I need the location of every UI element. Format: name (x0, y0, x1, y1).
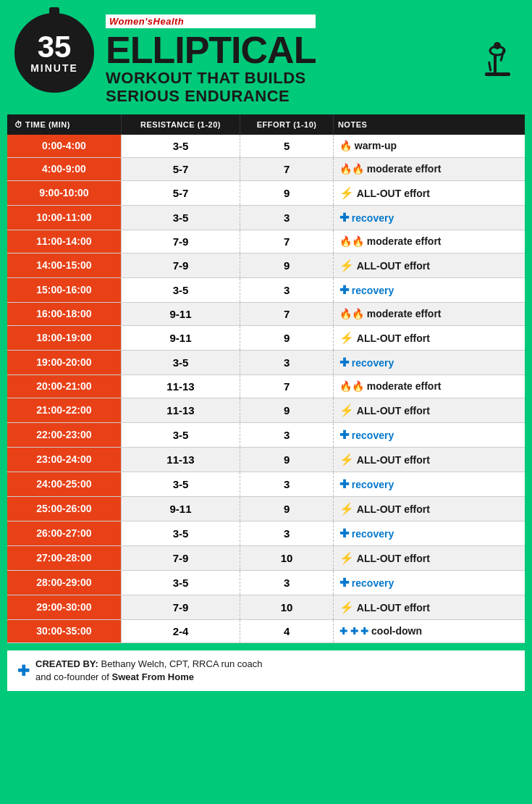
cell-time: 27:00-28:00 (7, 545, 121, 570)
fire-icon: 🔥 (339, 140, 352, 151)
cell-resistance: 11-13 (121, 447, 240, 472)
cell-notes: 🔥 warm-up (333, 135, 525, 158)
cell-effort: 3 (240, 277, 334, 302)
cell-resistance: 3-5 (121, 350, 240, 374)
cell-notes: 🔥🔥 moderate effort (333, 374, 525, 398)
table-row: 29:00-30:007-910⚡ ALL-OUT effort (7, 595, 525, 619)
bolt-icon: ⚡ (339, 503, 354, 515)
cell-effort: 10 (240, 545, 334, 570)
table-row: 19:00-20:003-53✚ recovery (7, 350, 525, 374)
th-notes: NOTES (333, 114, 525, 135)
table-row: 26:00-27:003-53✚ recovery (7, 521, 525, 545)
table-row: 24:00-25:003-53✚ recovery (7, 472, 525, 496)
cell-resistance: 9-11 (121, 302, 240, 325)
bolt-icon: ⚡ (339, 601, 354, 614)
cell-effort: 7 (240, 157, 334, 180)
plus-icon: ✚ (339, 577, 349, 589)
cell-time: 24:00-25:00 (7, 472, 121, 496)
plus-icon: ✚ (339, 478, 349, 490)
table-row: 10:00-11:003-53✚ recovery (7, 205, 525, 230)
cell-effort: 9 (240, 447, 334, 472)
cell-time: 19:00-20:00 (7, 350, 121, 374)
cell-notes: ✚ recovery (333, 350, 525, 374)
main-title: ELLIPTICAL (106, 31, 316, 69)
th-time: ⏱ TIME (MIN) (7, 114, 121, 135)
cell-effort: 3 (240, 570, 334, 595)
cell-time: 16:00-18:00 (7, 302, 121, 325)
header-text: Women'sHealth ELLIPTICAL WORKOUT THAT BU… (106, 13, 316, 106)
cell-resistance: 3-5 (121, 472, 240, 496)
subtitle: WORKOUT THAT BUILDS SERIOUS ENDURANCE (106, 69, 316, 106)
table-row: 11:00-14:007-97🔥🔥 moderate effort (7, 230, 525, 253)
cell-time: 23:00-24:00 (7, 447, 121, 472)
cell-resistance: 3-5 (121, 205, 240, 230)
table-row: 14:00-15:007-99⚡ ALL-OUT effort (7, 253, 525, 277)
cell-resistance: 5-7 (121, 157, 240, 180)
fire-icon: 🔥🔥 (339, 308, 364, 319)
cell-resistance: 3-5 (121, 422, 240, 447)
bolt-icon: ⚡ (339, 404, 354, 416)
table-row: 30:00-35:002-44✚ ✚ ✚ cool-down (7, 619, 525, 642)
cell-notes: ⚡ ALL-OUT effort (333, 325, 525, 350)
table-row: 16:00-18:009-117🔥🔥 moderate effort (7, 302, 525, 325)
th-effort: EFFORT (1-10) (240, 114, 334, 135)
brand-logo: Women'sHealth (106, 14, 316, 28)
cell-time: 29:00-30:00 (7, 595, 121, 619)
cell-notes: ✚ recovery (333, 570, 525, 595)
cell-effort: 4 (240, 619, 334, 642)
cell-notes: ✚ recovery (333, 205, 525, 230)
cell-notes: ✚ recovery (333, 521, 525, 545)
cell-time: 30:00-35:00 (7, 619, 121, 642)
workout-table: ⏱ TIME (MIN) RESISTANCE (1-20) EFFORT (1… (7, 114, 525, 643)
plus-icons: ✚ ✚ ✚ (339, 626, 368, 637)
cell-effort: 9 (240, 180, 334, 205)
plus-icon: ✚ (339, 284, 349, 296)
elliptical-icon (478, 40, 518, 90)
cell-notes: ⚡ ALL-OUT effort (333, 496, 525, 521)
cell-effort: 3 (240, 422, 334, 447)
cell-time: 14:00-15:00 (7, 253, 121, 277)
svg-rect-1 (494, 54, 497, 75)
cell-notes: ✚ ✚ ✚ cool-down (333, 619, 525, 642)
workout-table-container: ⏱ TIME (MIN) RESISTANCE (1-20) EFFORT (1… (7, 114, 525, 643)
table-row: 28:00-29:003-53✚ recovery (7, 570, 525, 595)
table-row: 21:00-22:0011-139⚡ ALL-OUT effort (7, 398, 525, 422)
cell-effort: 7 (240, 230, 334, 253)
bolt-icon: ⚡ (339, 552, 354, 564)
cell-notes: ✚ recovery (333, 277, 525, 302)
table-row: 27:00-28:007-910⚡ ALL-OUT effort (7, 545, 525, 570)
header: 35 MINUTE Women'sHealth ELLIPTICAL WORKO… (0, 0, 532, 114)
cell-effort: 7 (240, 302, 334, 325)
plus-icon: ✚ (339, 212, 349, 224)
bolt-icon: ⚡ (339, 259, 354, 272)
cell-notes: ⚡ ALL-OUT effort (333, 180, 525, 205)
cell-time: 11:00-14:00 (7, 230, 121, 253)
cell-effort: 9 (240, 325, 334, 350)
bolt-icon: ⚡ (339, 187, 354, 199)
footer-text: CREATED BY: Bethany Welch, CPT, RRCA run… (35, 658, 263, 684)
th-resistance: RESISTANCE (1-20) (121, 114, 240, 135)
plus-icon: ✚ (339, 356, 349, 369)
cell-time: 26:00-27:00 (7, 521, 121, 545)
svg-rect-0 (485, 72, 510, 76)
cell-time: 18:00-19:00 (7, 325, 121, 350)
brand-name: Sweat From Home (112, 671, 194, 682)
cell-time: 25:00-26:00 (7, 496, 121, 521)
fire-icon: 🔥🔥 (339, 235, 364, 247)
table-row: 18:00-19:009-119⚡ ALL-OUT effort (7, 325, 525, 350)
cell-resistance: 2-4 (121, 619, 240, 642)
cell-time: 10:00-11:00 (7, 205, 121, 230)
cell-resistance: 3-5 (121, 521, 240, 545)
cell-effort: 3 (240, 521, 334, 545)
cell-resistance: 7-9 (121, 230, 240, 253)
cell-resistance: 3-5 (121, 135, 240, 158)
cell-resistance: 11-13 (121, 374, 240, 398)
cell-resistance: 7-9 (121, 253, 240, 277)
cell-time: 0:00-4:00 (7, 135, 121, 158)
cell-effort: 9 (240, 253, 334, 277)
timer-handle (49, 7, 59, 17)
cell-resistance: 11-13 (121, 398, 240, 422)
table-row: 22:00-23:003-53✚ recovery (7, 422, 525, 447)
cell-notes: ⚡ ALL-OUT effort (333, 398, 525, 422)
cell-time: 28:00-29:00 (7, 570, 121, 595)
